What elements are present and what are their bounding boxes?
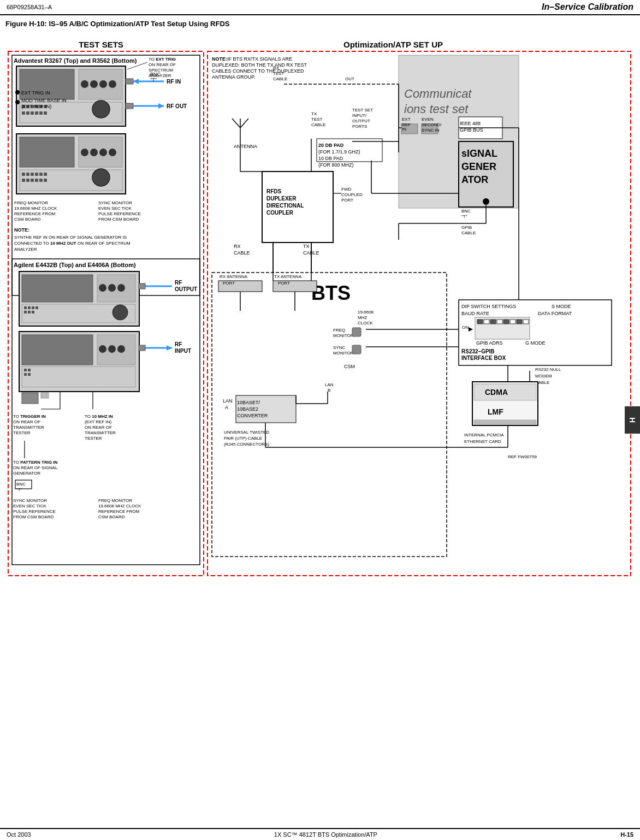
svg-text:SYNC MONITOR: SYNC MONITOR — [13, 498, 47, 503]
svg-text:10BASET/: 10BASET/ — [237, 400, 260, 405]
svg-text:Agilent E4432B (Top) and E4406: Agilent E4432B (Top) and E4406A (Bottom) — [14, 262, 136, 268]
diagram-container: TEST SETS Optimization/ATP SET UP Advant… — [5, 32, 635, 786]
svg-text:Advantest R3267 (Top) and R356: Advantest R3267 (Top) and R3562 (Bottom) — [14, 57, 137, 64]
svg-rect-83 — [22, 275, 93, 302]
svg-rect-25 — [44, 111, 47, 115]
svg-point-12 — [109, 80, 116, 88]
svg-text:TO 10 MHZ IN: TO 10 MHZ IN — [85, 414, 113, 419]
svg-text:TX ANTENNA: TX ANTENNA — [274, 274, 302, 279]
svg-rect-230 — [352, 328, 361, 336]
svg-point-26 — [92, 100, 110, 118]
svg-rect-103 — [22, 335, 93, 365]
svg-text:SYNC: SYNC — [333, 345, 345, 350]
svg-text:SPECTRUM: SPECTRUM — [149, 68, 173, 73]
svg-text:EXT: EXT — [402, 117, 411, 122]
svg-text:S MODE: S MODE — [552, 304, 571, 309]
svg-text:RX: RX — [273, 66, 280, 70]
svg-text:COUPLER: COUPLER — [266, 210, 294, 216]
svg-text:20 DB PAD: 20 DB PAD — [318, 143, 344, 148]
svg-text:(EXT REF IN): (EXT REF IN) — [85, 419, 112, 424]
header-left: 68P09258A31–A — [7, 4, 52, 10]
svg-text:B: B — [328, 388, 330, 393]
svg-text:COUPLED: COUPLED — [341, 192, 363, 197]
svg-text:sIGNAL: sIGNAL — [461, 148, 497, 159]
svg-text:ON REAR OF SIGNAL: ON REAR OF SIGNAL — [13, 465, 58, 470]
svg-point-10 — [90, 80, 98, 88]
svg-text:DUPLEXER: DUPLEXER — [266, 196, 297, 202]
svg-rect-60 — [44, 173, 47, 176]
svg-point-42 — [15, 90, 20, 94]
svg-rect-92 — [35, 306, 38, 309]
svg-rect-260 — [523, 320, 529, 324]
svg-rect-119 — [139, 345, 145, 351]
svg-text:OUT: OUT — [345, 76, 354, 81]
svg-rect-253 — [477, 320, 483, 324]
svg-marker-30 — [133, 79, 139, 84]
svg-text:TESTER: TESTER — [85, 436, 102, 441]
svg-rect-24 — [39, 111, 43, 115]
svg-text:OUTPUT: OUTPUT — [352, 119, 370, 123]
svg-text:RF OUT: RF OUT — [167, 103, 187, 109]
svg-rect-108 — [22, 366, 135, 387]
svg-text:NOTE:: NOTE: — [14, 227, 29, 233]
svg-text:(FOR 1.7/1.9 GHZ): (FOR 1.7/1.9 GHZ) — [318, 149, 360, 155]
svg-text:TEST SETS: TEST SETS — [79, 40, 123, 49]
svg-text:CABLE: CABLE — [234, 250, 250, 256]
svg-point-9 — [81, 80, 88, 88]
svg-text:RS232–GPIB: RS232–GPIB — [461, 348, 495, 354]
svg-rect-110 — [28, 369, 31, 371]
svg-rect-59 — [39, 173, 43, 176]
svg-rect-95 — [32, 311, 34, 313]
svg-text:FWD: FWD — [341, 187, 351, 192]
svg-text:RS232 NULL: RS232 NULL — [535, 367, 561, 372]
svg-text:10 DB PAD: 10 DB PAD — [318, 156, 343, 161]
svg-point-170 — [483, 198, 489, 205]
svg-text:ON REAR OF: ON REAR OF — [13, 419, 40, 424]
svg-text:SYNC IN: SYNC IN — [422, 128, 440, 133]
svg-text:TO EXT TRIG: TO EXT TRIG — [149, 57, 176, 62]
svg-rect-114 — [41, 393, 49, 398]
svg-point-50 — [81, 149, 88, 156]
svg-text:TO PATTERN TRIG IN: TO PATTERN TRIG IN — [13, 460, 58, 465]
svg-text:IF BTS RX/TX SIGNALS ARE: IF BTS RX/TX SIGNALS ARE — [227, 56, 292, 62]
svg-rect-57 — [31, 173, 34, 176]
svg-text:TX: TX — [303, 244, 310, 249]
svg-text:DIP SWITCH SETTINGS: DIP SWITCH SETTINGS — [461, 304, 516, 309]
svg-text:NOTE:: NOTE: — [212, 56, 227, 62]
svg-text:ANTENNA: ANTENNA — [234, 144, 257, 149]
svg-rect-89 — [24, 306, 27, 309]
svg-rect-93 — [24, 311, 27, 313]
svg-text:CSM: CSM — [344, 364, 355, 369]
svg-text:RX ANTENNA: RX ANTENNA — [220, 274, 248, 279]
svg-rect-64 — [35, 179, 38, 182]
svg-text:RF: RF — [175, 280, 182, 286]
chapter-tab: H — [625, 406, 640, 434]
svg-text:GPIB: GPIB — [461, 225, 472, 230]
svg-point-86 — [108, 284, 116, 292]
svg-rect-65 — [39, 179, 43, 182]
svg-text:RX: RX — [234, 244, 241, 249]
svg-text:FREQ: FREQ — [333, 328, 345, 333]
svg-text:TEST SET: TEST SET — [352, 108, 373, 113]
svg-point-51 — [90, 149, 98, 156]
svg-rect-23 — [35, 111, 38, 115]
svg-text:ATOR: ATOR — [461, 174, 488, 185]
svg-rect-258 — [510, 320, 515, 324]
svg-text:REFERENCE FROM: REFERENCE FROM — [14, 211, 55, 216]
svg-text:DUPLEXED: BOTH THE TX AND RX T: DUPLEXED: BOTH THE TX AND RX TEST — [212, 62, 307, 68]
svg-text:ON REAR OF: ON REAR OF — [85, 425, 112, 430]
svg-text:ANTENNA GROUP.: ANTENNA GROUP. — [212, 74, 255, 80]
svg-rect-48 — [20, 137, 74, 167]
svg-rect-101 — [139, 283, 145, 289]
svg-text:ANALYZER: ANALYZER — [149, 73, 171, 78]
svg-rect-66 — [44, 179, 47, 182]
svg-line-191 — [240, 119, 248, 128]
svg-text:(RJ45 CONNECTORS): (RJ45 CONNECTORS) — [224, 442, 269, 447]
svg-text:CSM BOARD: CSM BOARD — [98, 514, 125, 519]
svg-rect-109 — [24, 369, 27, 371]
svg-marker-33 — [158, 103, 164, 109]
svg-text:SYNTHE REF IN ON REAR OF SIGNA: SYNTHE REF IN ON REAR OF SIGNAL GENERATO… — [14, 235, 127, 240]
svg-text:CABLE: CABLE — [461, 230, 476, 235]
svg-text:MONITOR: MONITOR — [333, 351, 354, 356]
svg-text:RFDS: RFDS — [266, 188, 282, 194]
